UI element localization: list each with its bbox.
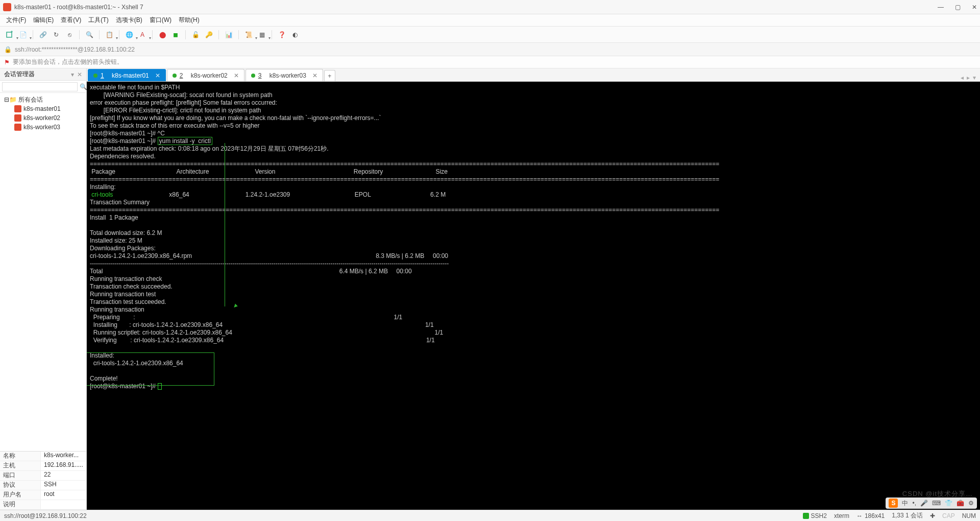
script-icon[interactable]: 📜 bbox=[243, 29, 254, 40]
ime-tool-icon[interactable]: 🧰 bbox=[957, 500, 964, 507]
search-small-icon[interactable]: 🔍 bbox=[80, 83, 87, 90]
tab-worker02[interactable]: 2 k8s-worker02✕ bbox=[167, 69, 244, 81]
annotation-arrowhead-icon: ▼ bbox=[230, 301, 240, 311]
term-prompt: [root@k8s-master01 ~]# bbox=[90, 383, 158, 390]
open-session-icon[interactable]: 📄 bbox=[17, 29, 29, 40]
add-tab-button[interactable]: + bbox=[324, 70, 335, 81]
tab-master01[interactable]: 1 k8s-master01✕ bbox=[88, 69, 166, 81]
menu-tools[interactable]: 工具(T) bbox=[88, 16, 108, 25]
lock-small-icon: 🔒 bbox=[4, 46, 12, 53]
menu-tab[interactable]: 选项卡(B) bbox=[116, 16, 142, 25]
tree-host-1[interactable]: k8s-worker02 bbox=[23, 114, 60, 122]
menu-bar: 文件(F) 编辑(E) 查看(V) 工具(T) 选项卡(B) 窗口(W) 帮助(… bbox=[0, 14, 980, 27]
tree-host-2[interactable]: k8s-worker03 bbox=[23, 124, 60, 131]
title-bar: k8s-master01 - root@k8s-master01:~ - Xsh… bbox=[0, 0, 980, 14]
prop-val: SSH bbox=[41, 481, 86, 490]
font-icon[interactable]: A bbox=[137, 29, 148, 40]
menu-file[interactable]: 文件(F) bbox=[6, 16, 26, 25]
app-logo-icon bbox=[3, 3, 11, 11]
prop-key: 端口 bbox=[0, 471, 41, 480]
ime-punct-icon[interactable]: •, bbox=[912, 500, 916, 507]
host-icon bbox=[14, 114, 21, 122]
search-icon[interactable]: 🔍 bbox=[84, 29, 95, 40]
sidebar-title: 会话管理器 bbox=[4, 70, 35, 79]
session-search-input[interactable] bbox=[2, 82, 78, 91]
session-tree[interactable]: ⊟📁 所有会话 k8s-master01 k8s-worker02 k8s-wo… bbox=[0, 93, 86, 451]
prop-val bbox=[41, 500, 86, 509]
terminal[interactable]: xecutable file not found in $PATH [WARNI… bbox=[87, 82, 980, 510]
key-icon[interactable]: 🔑 bbox=[203, 29, 214, 40]
plus-icon[interactable]: ✚ bbox=[930, 512, 935, 519]
term-package: cri-tools bbox=[90, 191, 113, 198]
tab-prev-icon[interactable]: ◂ bbox=[961, 74, 964, 81]
term-text: Install 1 Package Total download size: 6… bbox=[90, 214, 448, 259]
sidebar-close-icon[interactable]: ✕ bbox=[77, 71, 82, 78]
prop-val: 192.168.91..... bbox=[41, 461, 86, 470]
tab-close-icon[interactable]: ✕ bbox=[155, 72, 160, 79]
about-icon[interactable]: ◐ bbox=[289, 29, 301, 40]
layout-icon[interactable]: ▦ bbox=[256, 29, 267, 40]
menu-window[interactable]: 窗口(W) bbox=[150, 16, 172, 25]
tree-root[interactable]: 所有会话 bbox=[18, 96, 43, 104]
minimize-button[interactable]: — bbox=[938, 4, 944, 11]
status-dot-icon bbox=[251, 74, 255, 78]
address-bar[interactable]: 🔒 ssh://root:***************@192.168.91.… bbox=[0, 43, 980, 56]
status-term: xterm bbox=[834, 512, 849, 519]
new-session-icon[interactable] bbox=[4, 29, 15, 40]
window-title: k8s-master01 - root@k8s-master01:~ - Xsh… bbox=[14, 4, 143, 11]
host-icon bbox=[14, 124, 21, 131]
globe-icon[interactable]: 🌐 bbox=[124, 29, 135, 40]
ime-mic-icon[interactable]: 🎤 bbox=[920, 500, 928, 507]
hint-text: 要添加当前会话，点击左侧的箭头按钮。 bbox=[13, 58, 123, 66]
highlighted-command: yum install -y crictl bbox=[158, 137, 212, 145]
menu-view[interactable]: 查看(V) bbox=[61, 16, 81, 25]
host-icon bbox=[14, 105, 21, 112]
tab-close-icon[interactable]: ✕ bbox=[234, 72, 239, 79]
term-header: Package Architecture Version Repository … bbox=[90, 168, 448, 175]
term-text: xecutable file not found in $PATH [WARNI… bbox=[90, 84, 381, 145]
ime-skin-icon[interactable]: 👕 bbox=[945, 500, 952, 507]
hint-bar: ⚑ 要添加当前会话，点击左侧的箭头按钮。 bbox=[0, 56, 980, 68]
tab-strip: 1 k8s-master01✕ 2 k8s-worker02✕ 3 k8s-wo… bbox=[87, 68, 980, 82]
ime-lang[interactable]: 中 bbox=[902, 499, 908, 508]
record-icon[interactable]: ⬤ bbox=[157, 29, 168, 40]
tab-worker03[interactable]: 3 k8s-worker03✕ bbox=[246, 69, 323, 81]
cursor-icon bbox=[158, 383, 162, 390]
size-icon: ↔ bbox=[856, 512, 863, 519]
reconnect-icon[interactable]: ↻ bbox=[51, 29, 62, 40]
maximize-button[interactable]: ▢ bbox=[955, 4, 961, 11]
term-text: Total 6.4 MB/s | 6.2 MB 00:00 Running tr… bbox=[90, 268, 443, 382]
xftp-icon[interactable]: 📊 bbox=[223, 29, 234, 40]
stop-icon[interactable]: ◼ bbox=[170, 29, 181, 40]
tree-collapse-icon[interactable]: ⊟ bbox=[4, 96, 9, 103]
tree-host-0[interactable]: k8s-master01 bbox=[23, 105, 61, 112]
ime-keyboard-icon[interactable]: ⌨ bbox=[932, 500, 941, 507]
toolbar: 📄 🔗 ↻ ⎋ 🔍 📋 🌐 A ⬤ ◼ 🔓 🔑 📊 📜 ▦ ❓ ◐ bbox=[0, 27, 980, 43]
term-text: x86_64 1.24.2-1.oe2309 EPOL 6.2 M bbox=[113, 191, 446, 198]
term-installing: Installing: bbox=[90, 183, 116, 191]
help-icon[interactable]: ❓ bbox=[276, 29, 287, 40]
flag-icon: ⚑ bbox=[4, 59, 10, 66]
tab-next-icon[interactable]: ▸ bbox=[967, 74, 970, 81]
term-text: Transaction Summary bbox=[90, 199, 150, 206]
status-caps: CAP bbox=[942, 512, 955, 519]
session-properties: 名称k8s-worker... 主机192.168.91..... 端口22 协… bbox=[0, 451, 86, 510]
menu-edit[interactable]: 编辑(E) bbox=[33, 16, 54, 25]
ime-settings-icon[interactable]: ⚙ bbox=[968, 500, 974, 507]
status-address: ssh://root@192.168.91.100:22 bbox=[4, 512, 87, 519]
lock-icon[interactable]: 🔓 bbox=[190, 29, 201, 40]
sidebar-pin-icon[interactable]: ▾ bbox=[71, 71, 74, 78]
status-num: NUM bbox=[962, 512, 976, 519]
copy-icon[interactable]: 📋 bbox=[104, 29, 115, 40]
annotation-arrow bbox=[225, 143, 225, 306]
term-text: Last metadata expiration check: 0:08:18 … bbox=[90, 145, 329, 160]
tab-close-icon[interactable]: ✕ bbox=[312, 72, 317, 79]
prop-val: k8s-worker... bbox=[41, 452, 86, 461]
status-rowcol: 1,33 1 会话 bbox=[892, 511, 923, 520]
ime-bar[interactable]: S 中 •, 🎤 ⌨ 👕 🧰 ⚙ bbox=[886, 498, 977, 509]
link-icon[interactable]: 🔗 bbox=[37, 29, 48, 40]
tab-list-icon[interactable]: ▾ bbox=[973, 74, 976, 81]
menu-help[interactable]: 帮助(H) bbox=[179, 16, 200, 25]
disconnect-icon[interactable]: ⎋ bbox=[64, 29, 75, 40]
close-button[interactable]: ✕ bbox=[972, 4, 977, 11]
